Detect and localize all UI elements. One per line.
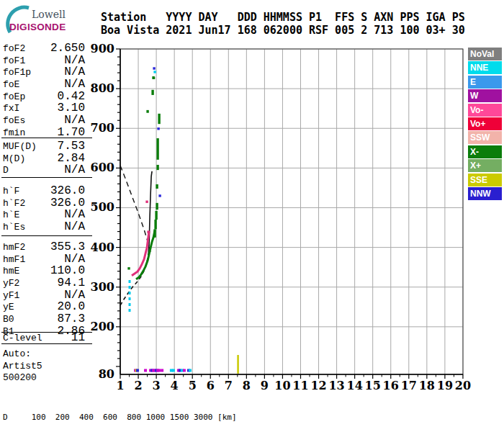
spread-echo [151, 90, 153, 95]
bottom-marker [172, 369, 175, 372]
y-tick-label: 900 [91, 42, 114, 55]
bottom-marker [189, 369, 192, 372]
plot-frame [120, 49, 463, 374]
spread-echo [155, 211, 157, 220]
x-tick-label: 10 [274, 379, 290, 392]
x-tick-label: 2 [134, 379, 142, 392]
o-mode-trace [132, 231, 149, 276]
footer: D 100 200 400 600 800 1000 1500 3000 [km… [3, 402, 480, 432]
x-tick-label: 20 [455, 379, 471, 392]
bottom-marker [183, 369, 186, 372]
y-tick-label: 600 [91, 161, 114, 174]
ionogram-plot: 9008007006005004003002008012345678910111… [0, 0, 504, 432]
color-legend: NoValNNEEWVo-Vo+SSWX-X+SSENNW [468, 48, 502, 201]
x-tick-label: 8 [243, 379, 251, 392]
spread-echo [156, 203, 158, 210]
y-tick-label: 400 [91, 240, 114, 254]
legend-item-e: E [468, 76, 502, 89]
legend-item-w: W [468, 89, 502, 102]
x-tick-label: 16 [383, 379, 399, 392]
x-tick-label: 18 [419, 379, 435, 392]
legend-item-vo: Vo+ [468, 117, 502, 130]
y-tick-label: 800 [91, 81, 114, 95]
bottom-marker [158, 369, 161, 372]
echo-point [153, 77, 155, 79]
x-tick-label: 12 [310, 379, 326, 392]
y-corner-label: 80 [99, 367, 114, 381]
legend-item-nnw: NNW [468, 187, 502, 200]
legend-item-noval: NoVal [468, 48, 502, 60]
x-tick-label: 4 [171, 379, 179, 392]
spread-echo [154, 220, 156, 229]
spread-echo [153, 229, 156, 238]
spread-echo [156, 138, 158, 160]
slant-dashed-line [120, 166, 150, 252]
bottom-marker [136, 369, 139, 372]
echo-point [153, 67, 155, 69]
x-tick-label: 1 [116, 379, 124, 392]
x-tick-label: 14 [347, 379, 363, 392]
x-tick-label: 13 [328, 379, 344, 392]
x-tick-label: 9 [261, 379, 269, 392]
echo-point [147, 230, 149, 233]
echo-point [157, 127, 159, 130]
legend-item-nne: NNE [468, 61, 502, 74]
echo-point [127, 267, 130, 269]
spread-echo [158, 114, 160, 124]
x-tick-label: 15 [365, 379, 381, 392]
distance-row: D 100 200 400 600 800 1000 1500 3000 [km… [3, 413, 480, 423]
spread-echo [146, 110, 148, 113]
bottom-marker [161, 369, 163, 372]
x-tick-label: 11 [292, 379, 308, 392]
y-tick-label: 200 [91, 320, 114, 333]
bottom-marker [144, 369, 147, 372]
legend-item-sse: SSE [468, 174, 502, 186]
x-tick-label: 3 [153, 379, 161, 392]
legend-item-x: X+ [468, 159, 502, 172]
echo-point [153, 71, 156, 73]
x-tick-label: 6 [207, 379, 215, 392]
x-tick-label: 7 [225, 379, 233, 392]
legend-item-ssw: SSW [468, 131, 502, 144]
spread-echo [156, 184, 158, 189]
legend-item-x: X- [468, 145, 502, 158]
spread-echo [156, 165, 158, 170]
y-tick-label: 700 [91, 121, 114, 135]
legend-item-vo: Vo- [468, 104, 502, 117]
x-tick-label: 5 [189, 379, 197, 392]
y-tick-label: 500 [91, 200, 114, 214]
echo-point [158, 194, 161, 197]
x-tick-label: 17 [401, 379, 417, 392]
echo-point [145, 201, 148, 203]
x-tick-label: 19 [437, 379, 453, 392]
y-tick-label: 300 [91, 280, 114, 294]
